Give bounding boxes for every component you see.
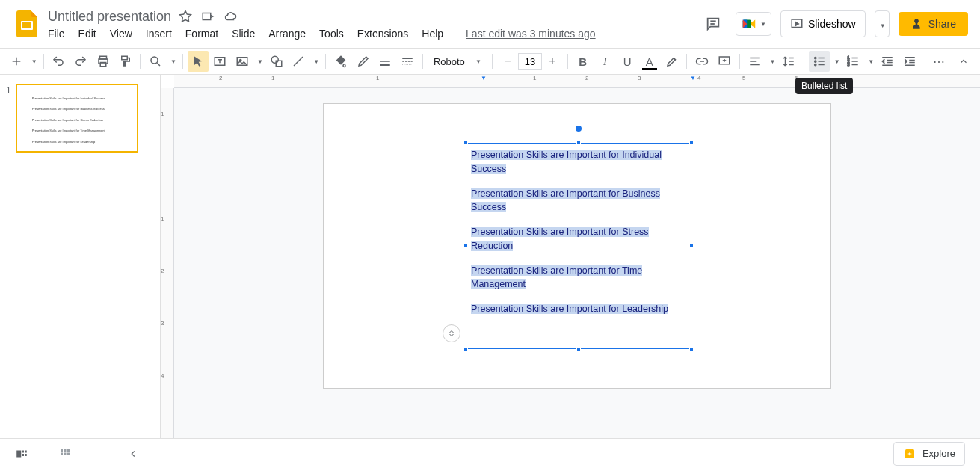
link-button[interactable] [691, 51, 712, 72]
menu-view[interactable]: View [110, 28, 132, 40]
image-dropdown[interactable]: ▼ [254, 51, 265, 72]
slideshow-label: Slideshow [808, 18, 856, 30]
resize-handle[interactable] [463, 347, 468, 351]
horizontal-ruler[interactable]: 2 1 1 ▼ 1 2 3 ▼ 4 5 6 [174, 75, 980, 88]
align-dropdown[interactable]: ▼ [766, 51, 777, 72]
slides-logo[interactable] [12, 9, 42, 39]
explore-label: Explore [922, 448, 955, 459]
canvas-inner[interactable]: Presentation Skills are Important for In… [174, 88, 980, 438]
star-icon[interactable] [179, 10, 192, 23]
comment-button[interactable] [714, 51, 735, 72]
vertical-ruler[interactable]: 1 1 2 3 4 [161, 88, 174, 438]
textbox-content[interactable]: Presentation Skills are Important for In… [466, 144, 691, 331]
resize-handle[interactable] [463, 141, 468, 145]
chevron-down-icon: ▼ [880, 22, 886, 29]
collapse-panel-icon[interactable] [128, 449, 146, 459]
collapse-toolbar-button[interactable] [953, 51, 974, 72]
decrease-font-button[interactable]: − [497, 51, 518, 72]
resize-handle[interactable] [689, 244, 694, 248]
explore-button[interactable]: Explore [893, 442, 965, 466]
menu-slide[interactable]: Slide [232, 28, 255, 40]
rotate-handle[interactable] [576, 126, 582, 132]
chevron-down-icon: ▼ [760, 21, 766, 28]
menu-help[interactable]: Help [422, 28, 443, 40]
comments-icon[interactable] [700, 10, 727, 37]
tooltip: Bulleted list [795, 78, 853, 94]
svg-rect-65 [64, 449, 67, 452]
paint-format-button[interactable] [115, 51, 136, 72]
print-button[interactable] [93, 51, 114, 72]
menu-edit[interactable]: Edit [78, 28, 96, 40]
line-dropdown[interactable]: ▼ [310, 51, 321, 72]
share-button[interactable]: Share [899, 12, 968, 36]
resize-handle[interactable] [689, 141, 694, 145]
bottom-bar: Explore [0, 438, 980, 468]
grid-view-icon[interactable] [58, 447, 72, 461]
svg-rect-61 [22, 454, 24, 456]
highlight-button[interactable] [662, 51, 682, 72]
font-select[interactable]: Roboto ▼ [428, 56, 487, 67]
zoom-dropdown[interactable]: ▼ [167, 51, 178, 72]
menu-tools[interactable]: Tools [319, 28, 344, 40]
bulleted-list-dropdown[interactable]: ▼ [831, 51, 842, 72]
underline-button[interactable]: U [617, 51, 638, 72]
selected-textbox[interactable]: Presentation Skills are Important for In… [466, 143, 691, 349]
bulleted-list-button[interactable] [809, 51, 830, 72]
last-edit-link[interactable]: Last edit was 3 minutes ago [466, 28, 596, 40]
menu-arrange[interactable]: Arrange [268, 28, 306, 40]
textbox-tool[interactable] [210, 51, 231, 72]
shape-tool[interactable] [266, 51, 287, 72]
zoom-button[interactable] [145, 51, 166, 72]
autofit-handle[interactable] [443, 324, 460, 342]
menu-format[interactable]: Format [185, 28, 218, 40]
border-dash-button[interactable] [397, 51, 418, 72]
border-color-button[interactable] [353, 51, 374, 72]
app-header: Untitled presentation File Edit View Ins… [0, 0, 980, 48]
slide-thumbnail[interactable]: Presentation Skills are Important for In… [16, 84, 138, 153]
numbered-list-button[interactable]: 123 [843, 51, 864, 72]
svg-rect-59 [16, 450, 21, 457]
increase-indent-button[interactable] [899, 51, 920, 72]
new-slide-button[interactable] [6, 51, 27, 72]
menu-bar: File Edit View Insert Format Slide Arran… [48, 28, 700, 40]
bold-button[interactable]: B [573, 51, 594, 72]
text-color-button[interactable]: A [639, 51, 660, 72]
align-button[interactable] [745, 51, 765, 72]
border-weight-button[interactable] [375, 51, 396, 72]
menu-extensions[interactable]: Extensions [357, 28, 408, 40]
line-spacing-button[interactable] [778, 51, 799, 72]
select-tool[interactable] [188, 51, 209, 72]
svg-point-40 [814, 61, 816, 62]
slide-thumbnail-wrap[interactable]: 1 Presentation Skills are Important for … [0, 84, 160, 153]
document-title[interactable]: Untitled presentation [48, 9, 171, 25]
menu-file[interactable]: File [48, 28, 65, 40]
redo-button[interactable] [70, 51, 91, 72]
italic-button[interactable]: I [595, 51, 616, 72]
svg-rect-63 [25, 454, 27, 456]
cloud-icon[interactable] [224, 10, 237, 23]
svg-rect-62 [25, 450, 27, 452]
move-icon[interactable] [201, 10, 215, 23]
increase-font-button[interactable]: + [542, 51, 563, 72]
resize-handle[interactable] [576, 347, 581, 351]
main-area: 1 Presentation Skills are Important for … [0, 75, 980, 438]
fill-color-button[interactable] [330, 51, 351, 72]
menu-insert[interactable]: Insert [146, 28, 172, 40]
resize-handle[interactable] [576, 141, 581, 145]
slideshow-button[interactable]: Slideshow [780, 10, 866, 37]
filmstrip-view-icon[interactable] [15, 447, 28, 461]
slideshow-dropdown[interactable]: ▼ [875, 10, 890, 37]
resize-handle[interactable] [463, 244, 468, 248]
decrease-indent-button[interactable] [877, 51, 898, 72]
resize-handle[interactable] [689, 347, 694, 351]
slide-canvas[interactable]: Presentation Skills are Important for In… [323, 103, 831, 389]
line-tool[interactable] [289, 51, 309, 72]
numbered-list-dropdown[interactable]: ▼ [865, 51, 875, 72]
meet-button[interactable]: ▼ [736, 12, 771, 36]
undo-button[interactable] [49, 51, 70, 72]
more-button[interactable]: ⋯ [930, 51, 951, 72]
font-name-label: Roboto [434, 56, 465, 67]
image-tool[interactable] [232, 51, 253, 72]
new-slide-dropdown[interactable]: ▼ [28, 51, 39, 72]
font-size-input[interactable] [518, 53, 542, 70]
